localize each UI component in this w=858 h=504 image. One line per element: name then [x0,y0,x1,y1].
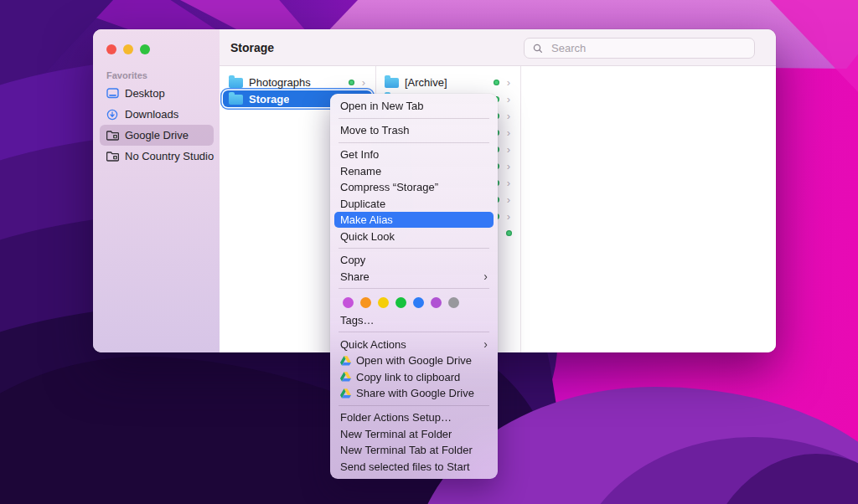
tag-color-2[interactable] [360,297,371,308]
search-input[interactable] [550,41,747,55]
sidebar-item-google-drive[interactable]: Google Drive [100,125,214,146]
shared-folder-icon [106,131,119,141]
menu-item-label: Move to Trash [340,124,409,136]
file-name: Photographs [249,76,311,89]
sidebar-item-label: Desktop [125,87,165,100]
chevron-right-icon: › [505,111,512,121]
menu-item-label: Duplicate [340,198,385,210]
desktop: Favorites DesktopDownloadsGoogle DriveNo… [0,0,858,504]
menu-item-label: New Terminal Tab at Folder [340,444,473,456]
menu-item-label: Tags… [340,314,374,327]
menu-item-label: Send selected files to Start [340,460,470,473]
menu-item-quick-actions[interactable]: Quick Actions› [330,336,498,352]
window-controls [106,44,150,54]
file-row-photographs[interactable]: Photographs› [220,74,375,90]
desktop-icon [106,88,119,99]
tag-color-7[interactable] [448,297,459,308]
window-title: Storage [230,41,274,54]
search-field[interactable] [524,38,755,59]
menu-separator [339,118,489,119]
zoom-button[interactable] [140,44,150,54]
folder-icon [229,78,243,88]
menu-item-new-terminal-tab-at-folder[interactable]: New Terminal Tab at Folder [330,442,498,459]
sidebar-item-label: Google Drive [125,129,189,141]
menu-item-label: Rename [340,165,381,177]
google-drive-icon [340,372,351,382]
chevron-right-icon: › [505,211,512,222]
context-menu: Open in New TabMove to TrashGet InfoRena… [330,94,498,479]
menu-item-tags[interactable]: Tags… [330,312,498,329]
chevron-right-icon: › [505,177,512,188]
toolbar: Storage [220,29,776,66]
shared-folder-icon [106,152,119,162]
sidebar: Favorites DesktopDownloadsGoogle DriveNo… [93,29,220,352]
folder-icon [229,95,243,105]
tag-color-5[interactable] [413,297,424,308]
menu-item-label: Folder Actions Setup… [340,411,452,424]
tag-color-3[interactable] [378,297,389,308]
submenu-chevron-icon: › [483,270,488,282]
menu-item-share-with-google-drive[interactable]: Share with Google Drive [330,385,498,402]
close-button[interactable] [106,44,116,54]
sidebar-item-no-country-studio[interactable]: No Country Studio [100,146,214,167]
menu-item-label: Share with Google Drive [356,387,474,399]
menu-separator [339,142,489,143]
chevron-right-icon: › [505,77,512,88]
menu-item-share[interactable]: Share› [330,269,498,285]
sidebar-item-desktop[interactable]: Desktop [100,83,214,104]
sync-status-dot [506,230,512,236]
menu-item-make-alias[interactable]: Make Alias [334,212,494,229]
menu-item-rename[interactable]: Rename [330,162,498,179]
downloads-icon [106,109,119,121]
minimize-button[interactable] [123,44,133,54]
chevron-right-icon: › [505,161,512,172]
menu-item-compress-storage[interactable]: Compress “Storage” [330,179,498,196]
file-row-archive[interactable]: [Archive]› [375,74,520,90]
chevron-right-icon: › [505,144,512,155]
sidebar-item-label: Downloads [125,108,178,121]
menu-item-quick-look[interactable]: Quick Look [330,228,498,244]
menu-item-get-info[interactable]: Get Info [330,147,498,163]
window-main: Storage Photographs›Storage [Archive]›››… [220,29,776,352]
sync-status-dot [494,80,499,85]
sidebar-item-label: No Country Studio [125,150,214,162]
chevron-right-icon: › [505,94,512,105]
chevron-right-icon: › [360,77,367,88]
menu-item-label: Open in New Tab [340,100,424,112]
menu-item-open-with-google-drive[interactable]: Open with Google Drive [330,352,498,369]
menu-item-label: Quick Actions [340,338,406,351]
menu-item-copy-link-to-clipboard[interactable]: Copy link to clipboard [330,368,498,385]
menu-item-folder-actions-setup[interactable]: Folder Actions Setup… [330,409,498,426]
sidebar-item-downloads[interactable]: Downloads [100,104,214,125]
menu-item-duplicate[interactable]: Duplicate [330,195,498,212]
menu-item-label: Get Info [340,148,379,161]
menu-separator [339,248,489,249]
tag-color-1[interactable] [343,297,354,308]
menu-item-open-in-new-tab[interactable]: Open in New Tab [330,98,498,115]
menu-item-send-selected-files-to-start[interactable]: Send selected files to Start [330,458,498,475]
menu-item-label: New Terminal at Folder [340,428,452,440]
file-name: Storage [249,93,289,105]
tag-color-6[interactable] [431,297,442,308]
search-icon [531,44,545,54]
menu-separator [339,288,489,289]
menu-item-label: Compress “Storage” [340,181,438,193]
sidebar-section-label: Favorites [106,70,147,80]
tag-color-row [330,293,498,312]
menu-item-label: Open with Google Drive [356,354,472,367]
menu-item-label: Make Alias [340,213,393,226]
chevron-right-icon: › [505,127,512,138]
menu-item-copy[interactable]: Copy [330,252,498,269]
chevron-right-icon: › [505,194,512,205]
column-divider[interactable] [520,66,521,352]
menu-item-new-terminal-at-folder[interactable]: New Terminal at Folder [330,425,498,442]
submenu-chevron-icon: › [483,338,488,350]
menu-item-label: Share [340,270,370,283]
file-name: [Archive] [405,76,447,89]
menu-item-move-to-trash[interactable]: Move to Trash [330,122,498,139]
menu-separator [339,405,489,406]
google-drive-icon [340,388,351,399]
sidebar-items: DesktopDownloadsGoogle DriveNo Country S… [100,83,214,167]
sync-status-dot [349,80,354,85]
tag-color-4[interactable] [395,297,406,308]
